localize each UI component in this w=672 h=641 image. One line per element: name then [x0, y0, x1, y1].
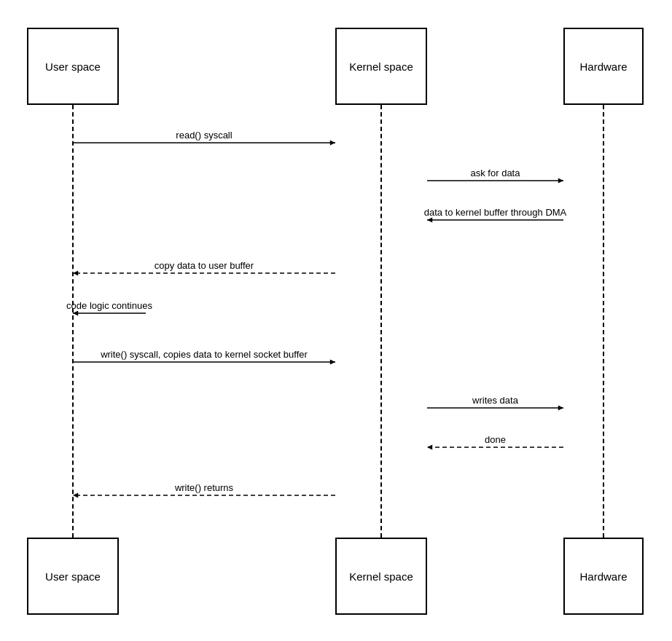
- lifeline-hardware-lifeline: [603, 105, 604, 538]
- arrow-label-data-to-kernel: data to kernel buffer through DMA: [424, 207, 567, 218]
- actor-kernel-top: Kernel space: [335, 28, 427, 105]
- diagram-container: read() syscallask for datadata to kernel…: [0, 0, 672, 641]
- arrow-head-write-returns: [73, 493, 78, 498]
- actor-hardware-top: Hardware: [563, 28, 644, 105]
- actor-hardware-bottom: Hardware: [563, 538, 644, 615]
- arrow-label-write-returns: write() returns: [174, 482, 234, 493]
- arrow-head-code-logic: [73, 311, 78, 316]
- arrow-head-copy-data: [73, 271, 78, 276]
- actor-user-bottom: User space: [27, 538, 119, 615]
- arrow-head-done: [427, 445, 432, 450]
- arrow-label-write-syscall: write() syscall, copies data to kernel s…: [100, 349, 308, 360]
- arrow-label-ask-for-data: ask for data: [471, 168, 521, 178]
- actor-kernel-bottom: Kernel space: [335, 538, 427, 615]
- arrow-head-writes-data: [558, 406, 563, 411]
- arrow-head-read-syscall: [330, 141, 335, 146]
- arrow-label-writes-data: writes data: [472, 395, 519, 406]
- arrow-label-done: done: [485, 434, 506, 445]
- lifeline-kernel-lifeline: [380, 105, 382, 538]
- actor-user-top: User space: [27, 28, 119, 105]
- arrow-head-data-to-kernel: [427, 218, 432, 223]
- arrow-label-copy-data: copy data to user buffer: [155, 260, 254, 271]
- arrow-label-code-logic: code logic continues: [66, 300, 152, 311]
- lifeline-user-lifeline: [72, 105, 74, 538]
- arrow-label-read-syscall: read() syscall: [176, 130, 232, 141]
- arrow-head-ask-for-data: [558, 178, 563, 184]
- arrow-head-write-syscall: [330, 360, 335, 365]
